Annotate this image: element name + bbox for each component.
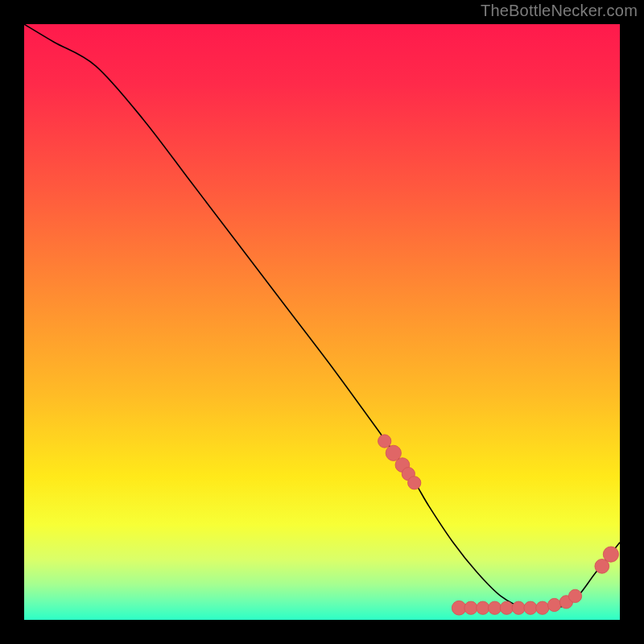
data-marker [464, 601, 477, 614]
data-marker [568, 589, 581, 602]
data-marker [536, 601, 549, 614]
data-marker [408, 477, 421, 489]
data-marker [500, 601, 513, 614]
chart-container: TheBottleNecker.com [0, 0, 644, 644]
plot-area [24, 24, 620, 620]
data-marker [603, 547, 618, 562]
data-marker [378, 435, 391, 448]
data-marker [488, 601, 501, 614]
curve-layer [24, 24, 620, 620]
data-marker [477, 601, 489, 614]
data-marker [524, 601, 537, 614]
data-marker [547, 598, 560, 611]
data-marker [512, 601, 525, 614]
bottleneck-curve [24, 24, 620, 609]
watermark-text: TheBottleNecker.com [481, 2, 638, 20]
